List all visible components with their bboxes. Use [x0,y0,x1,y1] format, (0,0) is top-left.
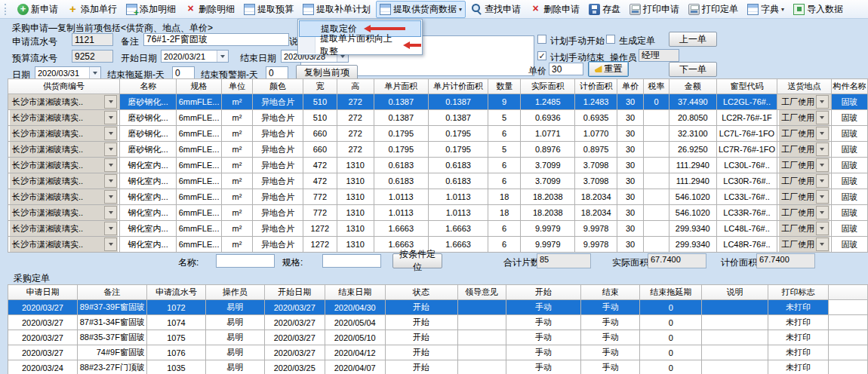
cell[interactable]: 工厂使用 [777,94,832,110]
toolbar-button-3[interactable]: 添加明细 [122,1,180,18]
table-row[interactable]: 长沙市潇湘玻璃实..钢化室内...6mmFLE...m²异地合片77213101… [8,189,868,205]
combo-cell[interactable]: 长沙市潇湘玻璃实.. [10,205,118,220]
column-header[interactable]: 窗型代码 [716,79,777,94]
column-header[interactable]: 申请流水号 [146,285,205,300]
cell[interactable]: 长沙市潇湘玻璃实.. [8,126,120,142]
combo-arrow-icon[interactable] [104,206,117,219]
toolbar-button-14[interactable]: 导入数据 [790,1,847,18]
combo-cell[interactable]: 长沙市潇湘玻璃实.. [10,126,118,141]
cell[interactable]: 长沙市潇湘玻璃实.. [8,110,120,126]
cell[interactable]: 长沙市潇湘玻璃实.. [8,94,120,110]
column-header[interactable]: 领导意见 [457,285,506,300]
combo-arrow-icon[interactable] [816,111,829,124]
combo-cell[interactable]: 工厂使用 [779,94,830,109]
combo-arrow-icon[interactable] [816,222,829,235]
combo-arrow-icon[interactable] [816,158,829,172]
toolbar-button-7[interactable]: 提取供货商数据▾ [376,1,466,18]
cell[interactable]: 工厂使用 [777,110,832,126]
column-header[interactable]: 单位 [222,79,253,94]
manual-start-checkbox[interactable] [537,35,546,44]
column-header[interactable]: 操作员 [205,285,264,300]
table-row[interactable]: 长沙市潇湘玻璃实..钢化室内...6mmFLE...m²异地合片77213101… [8,205,868,221]
combo-cell[interactable]: 工厂使用 [779,173,830,189]
toolbar-button-6[interactable]: 提取补单计划 [299,1,374,18]
cell[interactable]: 长沙市潇湘玻璃实.. [8,205,120,221]
column-header[interactable]: 结束 [581,285,640,300]
table-row[interactable]: 2020/03/2774#9F窗固玻1076易明2020/03/272020/0… [8,345,868,360]
cell[interactable]: 工厂使用 [777,237,832,253]
cell[interactable]: 工厂使用 [777,173,832,189]
table-row[interactable]: 2020/03/2488#23-27F门顶玻1035易明2020/03/2520… [8,360,868,374]
column-header[interactable]: 说明 [702,285,768,300]
manual-end-checkbox[interactable] [537,51,546,60]
column-header[interactable]: 申请日期 [8,285,78,300]
combo-arrow-icon[interactable] [104,238,117,251]
cell[interactable]: 工厂使用 [777,142,832,158]
combo-cell[interactable]: 工厂使用 [779,142,830,157]
column-header[interactable]: 高 [337,79,374,94]
column-header[interactable]: 金额 [669,79,716,94]
cell[interactable]: 工厂使用 [777,126,832,142]
combo-cell[interactable]: 长沙市潇湘玻璃实.. [10,221,118,236]
combo-cell[interactable]: 工厂使用 [779,205,830,220]
table-row[interactable]: 长沙市潇湘玻璃实..磨砂钢化...6mmFLE...m²异地合片5102720.… [8,94,868,110]
cell[interactable]: 工厂使用 [777,158,832,173]
combo-cell[interactable]: 长沙市潇湘玻璃实.. [10,237,118,252]
combo-arrow-icon[interactable] [816,174,829,188]
toolbar-button-4[interactable]: 删除明细 [181,1,239,18]
combo-cell[interactable]: 工厂使用 [779,237,830,252]
reset-button[interactable]: 重置 [588,61,629,77]
column-header[interactable]: 单价 [617,79,643,94]
combo-arrow-icon[interactable] [104,127,117,140]
table-row[interactable]: 长沙市潇湘玻璃实..钢化室内...6mmFLE...m²异地合片12721310… [8,221,868,237]
column-header[interactable]: 单片面积 [374,79,428,94]
toolbar-button-1[interactable]: 新申请 [14,1,62,18]
combo-arrow-icon[interactable] [104,158,117,172]
chevron-down-icon[interactable] [217,51,228,62]
cell[interactable]: 长沙市潇湘玻璃实.. [8,142,120,158]
table-row[interactable]: 长沙市潇湘玻璃实..钢化室内...6mmFLE...m²异地合片47213100… [8,158,868,173]
table-row[interactable]: 长沙市潇湘玻璃实..磨砂钢化...6mmFLE...m²异地合片5102720.… [8,110,868,126]
combo-arrow-icon[interactable] [104,95,117,109]
combo-arrow-icon[interactable] [104,174,117,188]
combo-arrow-icon[interactable] [104,143,117,156]
copy-current-button[interactable]: 复制当前项 [296,65,358,80]
column-header[interactable]: 名称 [120,79,177,94]
combo-cell[interactable]: 工厂使用 [779,189,830,204]
cell[interactable]: 工厂使用 [777,221,832,237]
table-row[interactable]: 2020/03/2787#31-34F窗固玻1074易明2020/03/2720… [8,315,868,330]
date-dropdown[interactable]: 2020/03/31 [35,66,101,79]
combo-arrow-icon[interactable] [104,190,117,204]
table-row[interactable]: 长沙市潇湘玻璃实..钢化室内...6mmFLE...m²异地合片12721310… [8,237,868,253]
column-header[interactable]: 计价面积 [575,79,617,94]
combo-cell[interactable]: 长沙市潇湘玻璃实.. [10,110,118,125]
combo-cell[interactable]: 长沙市潇湘玻璃实.. [10,189,118,204]
column-header[interactable]: 开始 [506,285,581,300]
toolbar-button-11[interactable]: 打印申请 [626,1,683,18]
start-date-dropdown[interactable]: 2020/03/21 [161,50,229,63]
cell[interactable]: 工厂使用 [777,189,832,205]
generate-order-checkbox[interactable] [606,35,615,44]
table-row[interactable]: 2020/03/2789#37-39F窗固玻1072易明2020/03/2720… [8,300,868,315]
column-header[interactable]: 数量 [488,79,521,94]
toolbar-button-2[interactable]: 添加单行 [63,1,121,18]
column-header[interactable]: 供货商编号 [8,79,120,94]
combo-arrow-icon[interactable] [816,206,829,219]
combo-arrow-icon[interactable] [816,190,829,204]
cell[interactable]: 长沙市潇湘玻璃实.. [8,158,120,173]
column-header[interactable]: 实际面积 [521,79,575,94]
combo-cell[interactable]: 工厂使用 [779,126,830,141]
combo-cell[interactable]: 工厂使用 [779,221,830,236]
column-header[interactable]: 送货地点 [777,79,832,94]
combo-arrow-icon[interactable] [816,238,829,251]
budget-no-field[interactable] [72,50,113,63]
column-header[interactable]: 打印标志 [768,285,829,300]
toolbar-button-12[interactable]: 打印定单 [685,1,742,18]
table-row[interactable]: 2020/03/2788#35-37F窗固玻1075易明2020/03/2720… [8,330,868,345]
combo-arrow-icon[interactable] [104,222,117,235]
remark-field[interactable] [143,33,289,46]
operator-field[interactable] [639,49,679,62]
cell[interactable]: 长沙市潇湘玻璃实.. [8,221,120,237]
cell[interactable]: 长沙市潇湘玻璃实.. [8,173,120,189]
cell[interactable]: 工厂使用 [777,205,832,221]
